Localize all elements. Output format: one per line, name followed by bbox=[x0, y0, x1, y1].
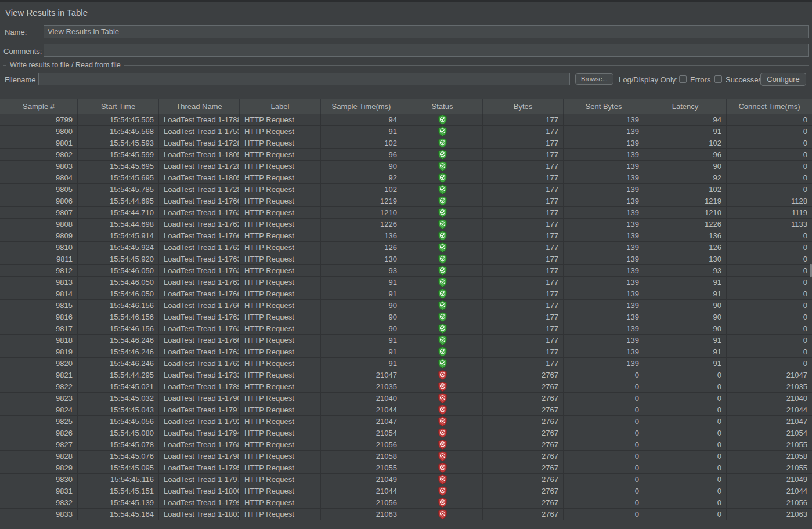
table-row[interactable]: 981415:54:46.050LoadTest Tread 1-1766HTT… bbox=[0, 288, 812, 300]
table-row[interactable]: 980115:54:45.593LoadTest Tread 1-1728HTT… bbox=[0, 137, 812, 149]
table-row[interactable]: 979915:54:45.505LoadTest Tread 1-1788HTT… bbox=[0, 114, 812, 126]
cell-start-time: 15:54:46.156 bbox=[78, 300, 159, 311]
table-row[interactable]: 981615:54:46.156LoadTest Tread 1-1762HTT… bbox=[0, 311, 812, 323]
table-row[interactable]: 982315:54:45.032LoadTest Tread 1-1790HTT… bbox=[0, 393, 812, 404]
shield-check-icon bbox=[438, 312, 447, 322]
cell-sample-time: 90 bbox=[321, 311, 402, 323]
column-header-status[interactable]: Status bbox=[402, 99, 483, 114]
cell-start-time: 15:54:45.505 bbox=[78, 114, 159, 125]
column-header-sent-bytes[interactable]: Sent Bytes bbox=[564, 99, 644, 114]
cell-sample-time: 1210 bbox=[321, 207, 402, 218]
table-row[interactable]: 981715:54:46.156LoadTest Tread 1-1763HTT… bbox=[0, 323, 812, 335]
cell-sent-bytes: 0 bbox=[564, 427, 644, 439]
table-row[interactable]: 980915:54:45.914LoadTest Tread 1-1766HTT… bbox=[0, 230, 812, 242]
table-row[interactable]: 980415:54:45.695LoadTest Tread 1-1805HTT… bbox=[0, 172, 812, 184]
cell-label: HTTP Request bbox=[240, 137, 321, 148]
column-header-bytes[interactable]: Bytes bbox=[483, 99, 564, 114]
table-row[interactable]: 980015:54:45.568LoadTest Tread 1-1753HTT… bbox=[0, 126, 812, 137]
cell-start-time: 15:54:45.043 bbox=[78, 404, 159, 415]
table-row[interactable]: 983215:54:45.139LoadTest Tread 1-1799HTT… bbox=[0, 497, 812, 509]
cell-latency: 126 bbox=[644, 242, 727, 253]
name-input[interactable] bbox=[44, 25, 809, 38]
cell-sent-bytes: 139 bbox=[564, 207, 644, 218]
vertical-scrollbar-thumb[interactable] bbox=[810, 264, 812, 277]
cell-label: HTTP Request bbox=[240, 427, 321, 439]
table-row[interactable]: 981215:54:46.050LoadTest Tread 1-1763HTT… bbox=[0, 265, 812, 277]
table-row[interactable]: 982915:54:45.095LoadTest Tread 1-1795HTT… bbox=[0, 462, 812, 474]
table-row[interactable]: 981015:54:45.924LoadTest Tread 1-1762HTT… bbox=[0, 242, 812, 253]
browse-button[interactable]: Browse... bbox=[575, 73, 613, 85]
table-row[interactable]: 983015:54:45.116LoadTest Tread 1-1797HTT… bbox=[0, 474, 812, 485]
successes-checkbox-label[interactable]: Successes bbox=[726, 75, 762, 84]
column-header-connect-time-ms[interactable]: Connect Time(ms) bbox=[727, 99, 812, 114]
table-row[interactable]: 981815:54:46.246LoadTest Tread 1-1766HTT… bbox=[0, 335, 812, 346]
successes-checkbox[interactable] bbox=[714, 75, 722, 83]
cell-sent-bytes: 0 bbox=[564, 393, 644, 404]
table-row[interactable]: 981315:54:46.050LoadTest Tread 1-1762HTT… bbox=[0, 277, 812, 288]
cell-status bbox=[402, 509, 483, 520]
fieldset-title: Write results to file / Read from file bbox=[10, 61, 121, 69]
cell-connect-time: 0 bbox=[727, 137, 812, 148]
cell-label: HTTP Request bbox=[240, 311, 321, 323]
cell-status bbox=[402, 451, 483, 462]
cell-bytes: 177 bbox=[483, 311, 564, 323]
cell-sample-number: 9827 bbox=[0, 439, 78, 450]
table-row[interactable]: 980815:54:44.698LoadTest Tread 1-1762HTT… bbox=[0, 219, 812, 230]
cell-sample-number: 9804 bbox=[0, 172, 78, 183]
column-header-label[interactable]: Label bbox=[240, 99, 321, 114]
table-row[interactable]: 980215:54:45.599LoadTest Tread 1-1805HTT… bbox=[0, 149, 812, 161]
column-header-latency[interactable]: Latency bbox=[644, 99, 727, 114]
name-label: Name: bbox=[5, 28, 27, 37]
cell-label: HTTP Request bbox=[240, 404, 321, 415]
errors-checkbox-label[interactable]: Errors bbox=[690, 75, 710, 84]
cell-connect-time: 21040 bbox=[727, 393, 812, 404]
cell-bytes: 177 bbox=[483, 114, 564, 125]
cell-sent-bytes: 139 bbox=[564, 358, 644, 369]
cell-connect-time: 0 bbox=[727, 161, 812, 172]
cell-latency: 96 bbox=[644, 149, 727, 160]
table-row[interactable]: 982215:54:45.021LoadTest Tread 1-1789HTT… bbox=[0, 381, 812, 393]
cell-label: HTTP Request bbox=[240, 161, 321, 172]
cell-bytes: 2767 bbox=[483, 485, 564, 497]
shield-check-icon bbox=[438, 196, 447, 206]
column-header-thread-name[interactable]: Thread Name bbox=[159, 99, 240, 114]
shield-x-icon bbox=[438, 428, 447, 438]
table-row[interactable]: 983315:54:45.164LoadTest Tread 1-1801HTT… bbox=[0, 509, 812, 520]
cell-sent-bytes: 0 bbox=[564, 474, 644, 485]
table-row[interactable]: 980315:54:45.695LoadTest Tread 1-1728HTT… bbox=[0, 161, 812, 172]
table-row[interactable]: 982015:54:46.246LoadTest Tread 1-1762HTT… bbox=[0, 358, 812, 369]
column-header-sample[interactable]: Sample # bbox=[0, 99, 78, 114]
errors-checkbox[interactable] bbox=[679, 75, 687, 83]
column-header-start-time[interactable]: Start Time bbox=[78, 99, 159, 114]
cell-latency: 102 bbox=[644, 184, 727, 195]
configure-button[interactable]: Configure bbox=[760, 73, 806, 86]
cell-status bbox=[402, 114, 483, 125]
cell-bytes: 177 bbox=[483, 184, 564, 195]
table-row[interactable]: 982515:54:45.056LoadTest Tread 1-1792HTT… bbox=[0, 416, 812, 427]
table-row[interactable]: 982415:54:45.043LoadTest Tread 1-1791HTT… bbox=[0, 404, 812, 416]
table-row[interactable]: 982115:54:44.295LoadTest Tread 1-1733HTT… bbox=[0, 369, 812, 381]
table-row[interactable]: 981515:54:46.156LoadTest Tread 1-1766HTT… bbox=[0, 300, 812, 311]
cell-start-time: 15:54:45.076 bbox=[78, 451, 159, 462]
table-row[interactable]: 980615:54:44.695LoadTest Tread 1-1766HTT… bbox=[0, 195, 812, 207]
comments-input[interactable] bbox=[44, 44, 809, 57]
cell-label: HTTP Request bbox=[240, 219, 321, 230]
table-row[interactable]: 983115:54:45.151LoadTest Tread 1-1800HTT… bbox=[0, 485, 812, 497]
cell-latency: 0 bbox=[644, 404, 727, 415]
cell-connect-time: 0 bbox=[727, 311, 812, 323]
table-row[interactable]: 982615:54:45.080LoadTest Tread 1-1794HTT… bbox=[0, 427, 812, 439]
cell-thread-name: LoadTest Tread 1-1795 bbox=[159, 462, 240, 473]
table-row[interactable]: 982715:54:45.078LoadTest Tread 1-1768HTT… bbox=[0, 439, 812, 451]
table-row[interactable]: 980715:54:44.710LoadTest Tread 1-1763HTT… bbox=[0, 207, 812, 219]
filename-input[interactable] bbox=[38, 73, 570, 85]
column-header-sample-time-ms[interactable]: Sample Time(ms) bbox=[321, 99, 402, 114]
table-row[interactable]: 981115:54:45.920LoadTest Tread 1-1763HTT… bbox=[0, 253, 812, 265]
cell-status bbox=[402, 369, 483, 381]
table-row[interactable]: 982815:54:45.076LoadTest Tread 1-1798HTT… bbox=[0, 451, 812, 462]
table-row[interactable]: 980515:54:45.785LoadTest Tread 1-1728HTT… bbox=[0, 184, 812, 195]
cell-start-time: 15:54:44.295 bbox=[78, 369, 159, 381]
table-row[interactable]: 981915:54:46.246LoadTest Tread 1-1763HTT… bbox=[0, 346, 812, 358]
cell-sent-bytes: 139 bbox=[564, 114, 644, 125]
cell-status bbox=[402, 485, 483, 497]
log-display-only-label: Log/Display Only: bbox=[619, 75, 678, 84]
